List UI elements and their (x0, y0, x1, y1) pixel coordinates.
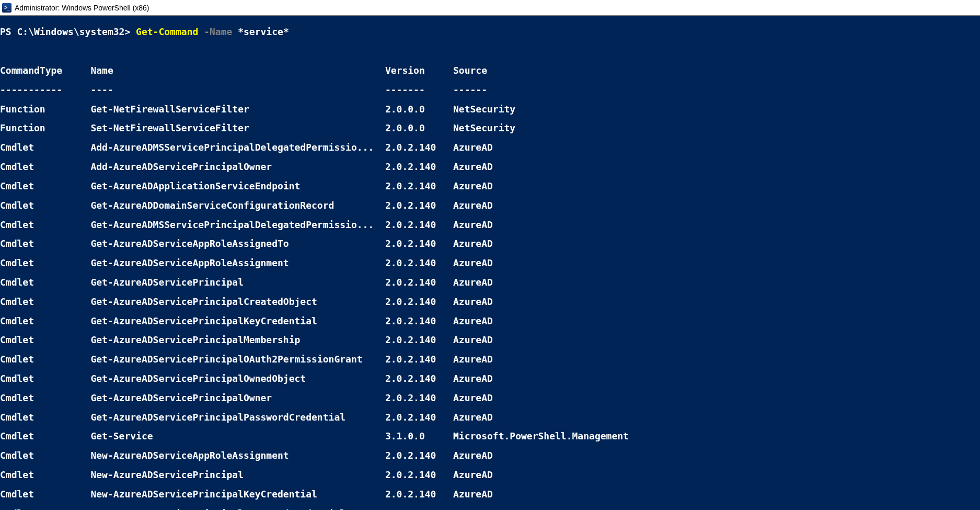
table-row: Cmdlet Get-AzureADDomainServiceConfigura… (0, 201, 980, 210)
table-row: Cmdlet Get-AzureADServicePrincipalPasswo… (0, 413, 980, 422)
prompt-command: Get-Command (136, 26, 198, 37)
table-row: Function Set-NetFirewallServiceFilter 2.… (0, 123, 980, 133)
table-header-underline: ----------- ---- ------- ------ (0, 85, 980, 95)
terminal-output[interactable]: PS C:\Windows\system32> Get-Command -Nam… (0, 16, 980, 510)
window-title: Administrator: Windows PowerShell (x86) (15, 4, 149, 12)
window-titlebar[interactable]: Administrator: Windows PowerShell (x86) (0, 0, 980, 16)
table-row: Cmdlet Get-AzureADApplicationServiceEndp… (0, 182, 980, 191)
prompt-line: PS C:\Windows\system32> Get-Command -Nam… (0, 27, 980, 37)
table-row: Cmdlet Add-AzureADMSServicePrincipalDele… (0, 143, 980, 152)
table-row: Cmdlet Get-AzureADServiceAppRoleAssigned… (0, 239, 980, 248)
table-row: Cmdlet Get-Service 3.1.0.0 Microsoft.Pow… (0, 432, 980, 441)
prompt-argument: *service* (238, 26, 289, 37)
table-row: Cmdlet Get-AzureADServicePrincipalOwner … (0, 393, 980, 403)
prompt-prefix: PS C:\Windows\system32> (0, 26, 136, 37)
table-row: Cmdlet Get-AzureADServicePrincipalOwnedO… (0, 374, 980, 383)
table-row: Function Get-NetFirewallServiceFilter 2.… (0, 105, 980, 114)
table-row: Cmdlet Get-AzureADServicePrincipalMember… (0, 335, 980, 345)
table-row: Cmdlet Get-AzureADServicePrincipalKeyCre… (0, 316, 980, 326)
prompt-parameter: -Name (204, 26, 232, 37)
table-row: Cmdlet Get-AzureADServicePrincipalCreate… (0, 297, 980, 307)
table-row: Cmdlet New-AzureADServicePrincipal 2.0.2… (0, 470, 980, 480)
table-row: Cmdlet Get-AzureADServicePrincipalOAuth2… (0, 355, 980, 364)
table-row: Cmdlet Get-AzureADServicePrincipal 2.0.2… (0, 278, 980, 287)
blank-line (0, 47, 980, 56)
table-row: Cmdlet New-AzureADServiceAppRoleAssignme… (0, 451, 980, 460)
table-row: Cmdlet Get-AzureADMSServicePrincipalDele… (0, 220, 980, 230)
table-row: Cmdlet New-AzureADServicePrincipalKeyCre… (0, 490, 980, 499)
table-row: Cmdlet Get-AzureADServiceAppRoleAssignme… (0, 258, 980, 268)
table-header-row: CommandType Name Version Source (0, 66, 980, 75)
table-row: Cmdlet Add-AzureADServicePrincipalOwner … (0, 162, 980, 172)
powershell-icon (2, 3, 11, 13)
